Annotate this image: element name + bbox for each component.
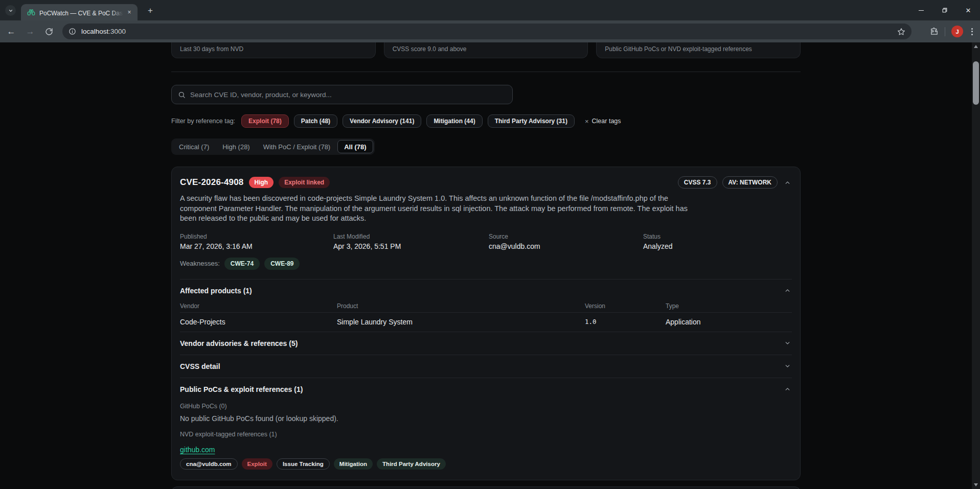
meta-value: Apr 3, 2026, 5:51 PM [333,242,489,250]
tab-search-button[interactable] [5,5,16,16]
stat-card-nvd: Last 30 days from NVD [171,42,376,58]
tab-with-poc[interactable]: With PoC / Exploit (78) [257,140,337,153]
search-input[interactable] [190,91,506,99]
chevron-down-icon[interactable] [783,362,792,371]
av-badge: AV: NETWORK [722,176,778,189]
tag-third-party: Third Party Advisory [377,458,446,470]
tag-issue-tracking: Issue Tracking [277,458,330,470]
arrow-left-icon: ← [7,27,16,37]
browser-toolbar: ← → localhost:3000 J [0,20,980,42]
reload-button[interactable] [41,24,57,39]
scrollbar-down-icon[interactable] [974,483,978,486]
filter-row: Filter by reference tag: Exploit (78) Pa… [171,114,801,128]
cell-product: Simple Laundry System [337,318,585,326]
stat-card-cvss: CVSS score 9.0 and above [384,42,588,58]
cvss-detail-header[interactable]: CVSS detail [180,355,792,378]
clear-tags-label: Clear tags [592,118,621,125]
search-box[interactable] [171,85,513,104]
cve-meta-grid: Published Mar 27, 2026, 3:16 AM Last Mod… [180,233,792,250]
toolbar-right-cluster: J [930,20,975,42]
forward-button[interactable]: → [22,24,38,39]
meta-label: Published [180,233,333,240]
meta-value: Mar 27, 2026, 3:16 AM [180,242,333,250]
close-icon: ✕ [966,7,971,14]
scrollbar[interactable] [972,42,980,489]
cwe-pill[interactable]: CWE-89 [264,258,300,270]
browser-tab[interactable]: PoCWatch — CVE & PoC Dashb × [21,4,138,20]
affected-products-header[interactable]: Affected products (1) [180,286,792,295]
toolbar-divider [945,27,945,36]
vendor-advisories-header[interactable]: Vendor advisories & references (5) [180,332,792,355]
clear-x-icon: × [585,118,589,125]
tab-high[interactable]: High (28) [216,140,256,153]
bookmark-star-icon[interactable] [897,28,905,36]
page-content: Last 30 days from NVD CVSS score 9.0 and… [171,42,801,489]
exploit-linked-badge: Exploit linked [279,177,330,188]
github-pocs-empty: No public GitHub PoCs found (or lookup s… [180,414,792,423]
back-button[interactable]: ← [4,24,19,39]
tab-critical[interactable]: Critical (7) [173,140,215,153]
collapse-card-chevron-up-icon[interactable] [783,178,792,187]
minimize-button[interactable] [909,0,933,20]
reference-link[interactable]: github.com [180,446,215,454]
tab-all[interactable]: All (78) [337,140,373,153]
meta-modified: Last Modified Apr 3, 2026, 5:51 PM [333,233,489,250]
next-cve-card-partial[interactable] [171,486,801,489]
filter-pill-vendor-advisory[interactable]: Vendor Advisory (141) [343,114,421,128]
stat-caption: CVSS score 9.0 and above [393,45,580,53]
clear-tags-button[interactable]: × Clear tags [585,118,621,125]
url-host[interactable]: localhost [81,28,108,35]
chevron-up-icon[interactable] [783,385,792,394]
reference-link-wrap: github.com [180,445,792,454]
maximize-button[interactable] [933,0,956,20]
chevron-down-icon[interactable] [783,339,792,348]
tab-close-icon[interactable]: × [125,8,133,16]
tab-title-wrap: PoCWatch — CVE & PoC Dashb [39,8,123,16]
scrollbar-up-icon[interactable] [974,45,978,48]
tag-source: cna@vuldb.com [180,458,238,470]
public-pocs-body: GitHub PoCs (0) No public GitHub PoCs fo… [180,403,792,470]
page-viewport: Last 30 days from NVD CVSS score 9.0 and… [0,42,980,489]
reference-tags-row: cna@vuldb.com Exploit Issue Tracking Mit… [180,458,792,470]
filter-pill-patch[interactable]: Patch (48) [294,114,337,128]
address-bar[interactable]: localhost:3000 [62,24,911,39]
filter-pill-mitigation[interactable]: Mitigation (44) [426,114,482,128]
filter-pill-third-party[interactable]: Third Party Advisory (31) [488,114,575,128]
browser-titlebar: PoCWatch — CVE & PoC Dashb × + ✕ [0,0,980,20]
scrollbar-thumb[interactable] [973,61,979,105]
close-window-button[interactable]: ✕ [956,0,980,20]
section-title: Public PoCs & exploit references (1) [180,385,303,393]
cve-header: CVE-2026-4908 High Exploit linked CVSS 7… [180,176,792,189]
window-controls: ✕ [909,0,980,20]
cve-description: A security flaw has been discovered in c… [180,194,692,224]
card-divider [180,279,792,280]
profile-avatar[interactable]: J [951,26,963,37]
filter-pill-exploit[interactable]: Exploit (78) [241,114,289,128]
stat-caption: Public GitHub PoCs or NVD exploit-tagged… [605,45,792,53]
stat-caption: Last 30 days from NVD [180,45,367,53]
chevron-up-icon[interactable] [783,286,792,295]
cwe-pill[interactable]: CWE-74 [224,258,260,270]
menu-dots-icon[interactable] [969,28,975,35]
severity-tabs: Critical (7) High (28) With PoC / Exploi… [171,138,375,155]
cvss-badge: CVSS 7.3 [678,176,717,189]
col-version: Version [585,302,666,310]
new-tab-button[interactable]: + [145,5,156,16]
filter-label: Filter by reference tag: [171,118,235,125]
minimize-icon [919,10,924,11]
arrow-right-icon: → [26,27,35,37]
meta-status: Status Analyzed [643,233,792,250]
url-port[interactable]: :3000 [108,28,126,35]
meta-label: Source [489,233,643,240]
cve-id: CVE-2026-4908 [180,177,244,188]
meta-source: Source cna@vuldb.com [489,233,643,250]
public-pocs-header[interactable]: Public PoCs & exploit references (1) [180,378,792,401]
site-info-icon[interactable] [69,28,76,35]
col-type: Type [666,302,792,310]
section-divider [171,72,801,72]
extensions-icon[interactable] [930,27,939,36]
meta-label: Status [643,233,792,240]
products-table-header: Vendor Product Version Type [180,302,792,310]
col-product: Product [337,302,585,310]
weaknesses-label: Weaknesses: [180,260,220,267]
